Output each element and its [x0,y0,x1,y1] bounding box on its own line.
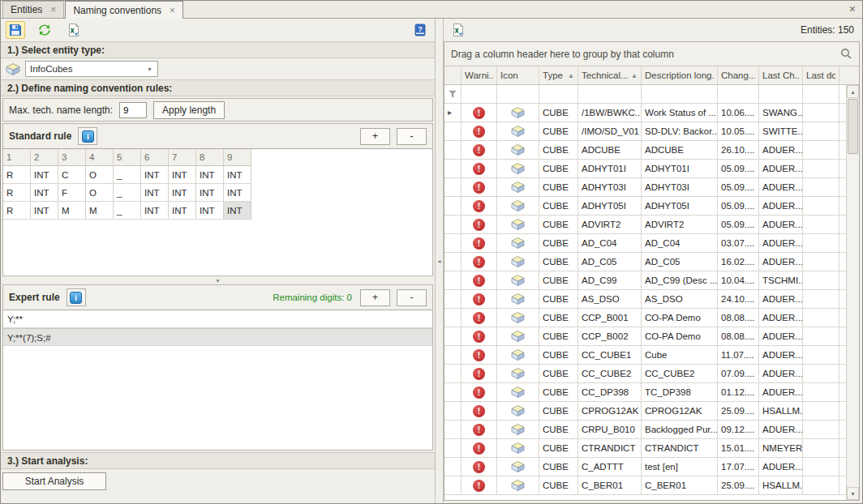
row-selector[interactable] [444,346,462,364]
filter-cell[interactable] [462,85,497,103]
cell-type[interactable]: CUBE [539,234,578,252]
row-selector[interactable] [444,365,462,382]
standard-rule-cell[interactable]: INT [196,202,224,220]
table-row[interactable]: ! CUBECRPU_B010Backlogged Pur...09.12...… [444,421,859,439]
entity-icon-cell[interactable] [497,160,539,177]
standard-rule-cell[interactable]: INT [169,202,196,220]
cell-type[interactable]: CUBE [539,104,578,122]
cell-chg[interactable]: 09.12.... [718,421,759,438]
cell-chg[interactable]: 10.05.... [718,122,759,140]
cell-chg[interactable]: 05.09.... [718,160,759,177]
table-row[interactable]: ! CUBEAD_C04AD_C0403.07....ADUER... [444,234,859,253]
standard-rule-column-header[interactable]: 9 [224,149,251,166]
cell-lastch[interactable]: ADUER... [759,365,803,382]
cell-chg[interactable]: 16.02.... [718,253,759,271]
cell-desc[interactable]: AD_C99 (Desc ... [642,271,718,289]
cell-chg[interactable]: 15.01.... [718,439,759,457]
standard-rule-cell[interactable]: F [58,184,86,202]
cell-desc[interactable]: test [en] [642,458,718,476]
cell-type[interactable]: CUBE [539,178,578,196]
table-row[interactable]: ! CUBEADHYT03IADHYT03I05.09....ADUER... [444,178,859,197]
cell-lastch[interactable]: HSALLM... [759,476,803,494]
start-analysis-button[interactable]: Start Analysis [2,472,106,490]
cell-lastch[interactable]: ADUER... [759,383,803,401]
standard-rule-cell[interactable]: M [86,202,114,220]
cell-desc[interactable]: AD_C05 [642,253,718,271]
entity-icon-cell[interactable] [497,439,539,457]
entity-icon-cell[interactable] [497,141,539,159]
cell-type[interactable]: CUBE [539,271,578,289]
expert-rule-info-button[interactable]: i [67,288,86,306]
standard-rule-cell[interactable]: R [3,202,31,220]
row-selector[interactable] [444,197,462,215]
cell-type[interactable]: CUBE [539,402,578,420]
cell-type[interactable]: CUBE [539,309,578,327]
expert-rule-remove-button[interactable]: - [397,289,427,306]
cell-tech[interactable]: CC_CUBE1 [578,346,642,364]
standard-rule-remove-button[interactable]: - [397,128,427,145]
row-selector[interactable] [444,216,462,233]
cell-type[interactable]: CUBE [539,122,578,140]
scroll-down-icon[interactable]: ▼ [847,487,859,500]
scroll-up-icon[interactable]: ▲ [847,85,859,98]
row-selector[interactable] [444,178,462,196]
cell-type[interactable]: CUBE [539,383,578,401]
tab-entities[interactable]: Entities × [2,1,64,18]
cell-lastdoc[interactable] [803,458,839,476]
cell-lastdoc[interactable] [803,365,839,382]
table-row[interactable]: ! CUBECPROG12AKCPROG12AK25.09....HSALLM.… [444,402,859,421]
entity-icon-cell[interactable] [497,421,539,438]
cell-tech[interactable]: AS_DSO [578,290,642,308]
filter-cell[interactable] [497,85,539,103]
standard-rule-cell[interactable]: INT [169,166,196,184]
row-selector[interactable] [444,122,462,140]
cell-chg[interactable]: 05.09.... [718,216,759,233]
entity-icon-cell[interactable] [497,216,539,233]
row-selector[interactable] [444,253,462,271]
cell-type[interactable]: CUBE [539,141,578,159]
standard-rule-row[interactable]: RINTFO_INTINTINTINT [3,184,432,202]
column-header-warn[interactable]: Warni... [462,66,497,84]
cell-lastdoc[interactable] [803,421,839,438]
refresh-button[interactable] [35,21,54,39]
filter-cell[interactable] [759,85,803,103]
cell-lastch[interactable]: ADUER... [759,327,803,345]
cell-lastdoc[interactable] [803,216,839,233]
cell-lastdoc[interactable] [803,122,839,140]
row-selector[interactable] [444,290,462,308]
standard-rule-column-header[interactable]: 5 [114,149,141,166]
warning-cell[interactable]: ! [462,141,497,159]
entity-icon-cell[interactable] [497,290,539,308]
standard-rule-cell[interactable]: INT [224,202,251,220]
warning-cell[interactable]: ! [462,234,497,252]
rule-splitter[interactable]: ▾ [2,276,433,284]
warning-cell[interactable]: ! [462,178,497,196]
cell-desc[interactable]: Cube [642,346,718,364]
cell-desc[interactable]: ADHYT05I [642,197,718,215]
row-selector[interactable] [444,234,462,252]
table-row[interactable]: ! CUBEADVIRT2ADVIRT205.09....ADUER... [444,216,859,234]
cell-tech[interactable]: C_BER01 [578,476,642,494]
expert-rule-row[interactable]: Y;**(7);S;# [3,328,432,346]
warning-cell[interactable]: ! [462,346,497,364]
table-row[interactable]: ! CUBECCP_B001CO-PA Demo08.08....ADUER..… [444,309,859,327]
entity-type-dropdown[interactable]: InfoCubes ▼ [25,61,158,77]
cell-lastch[interactable]: ADUER... [759,421,803,438]
warning-cell[interactable]: ! [462,122,497,140]
standard-rule-info-button[interactable]: i [78,127,97,145]
cell-type[interactable]: CUBE [539,421,578,438]
cell-desc[interactable]: SD-DLV: Backor... [642,122,718,140]
standard-rule-cell[interactable]: INT [169,184,196,202]
standard-rule-cell[interactable]: INT [224,184,251,202]
cell-chg[interactable]: 26.10.... [718,141,759,159]
standard-rule-cell[interactable]: R [3,166,31,184]
apply-length-button[interactable]: Apply length [153,101,225,119]
cell-desc[interactable]: Work Status of ... [642,104,718,122]
filter-row-indicator[interactable] [444,85,462,103]
entity-icon-cell[interactable] [497,253,539,271]
standard-rule-cell[interactable]: INT [31,202,58,220]
cell-lastch[interactable]: TSCHMI... [759,271,803,289]
cell-type[interactable]: CUBE [539,346,578,364]
cell-desc[interactable]: CC_CUBE2 [642,365,718,382]
group-by-bar[interactable]: Drag a column header here to group by th… [444,42,859,66]
